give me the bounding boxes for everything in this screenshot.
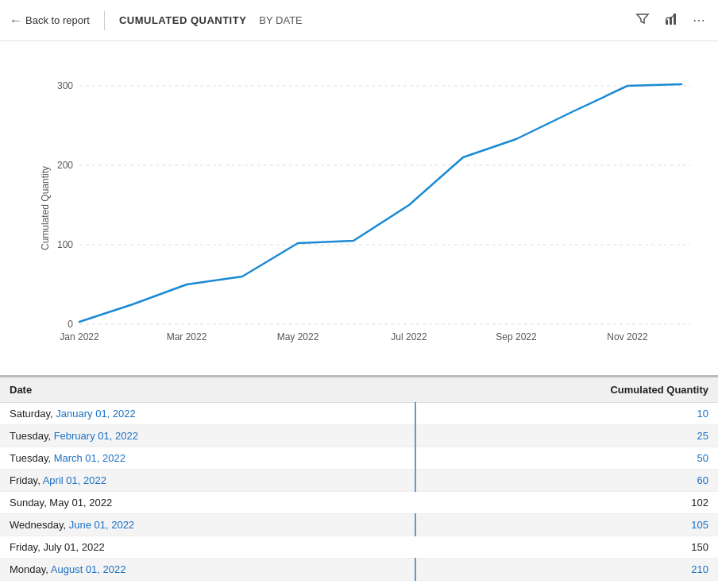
quantity-cell: 102 (415, 492, 718, 514)
date-cell: Friday, April 01, 2022 (0, 470, 415, 492)
svg-rect-0 (666, 20, 668, 25)
table-row: Wednesday, June 01, 2022105 (0, 514, 718, 536)
svg-text:300: 300 (57, 80, 73, 91)
date-cell: Wednesday, June 01, 2022 (0, 514, 415, 536)
back-arrow-icon: ← (10, 14, 22, 28)
header-left: ← Back to report CUMULATED QUANTITY BY D… (10, 11, 303, 30)
date-plain-text: Monday, (10, 563, 51, 575)
date-blue-text: April 01, 2022 (43, 474, 106, 486)
date-plain-cell: Sunday, May 01, 2022 (0, 492, 415, 514)
date-plain-text: Friday, (10, 474, 43, 486)
line-chart: 0 100 200 300 Jan 2022 Mar 2022 May 2022… (56, 54, 715, 348)
quantity-cell: 25 (415, 425, 718, 447)
svg-text:100: 100 (57, 239, 73, 250)
table-area: Date Cumulated Quantity Saturday, Januar… (0, 375, 718, 588)
date-blue-text: March 01, 2022 (54, 452, 125, 464)
svg-text:Jul 2022: Jul 2022 (391, 331, 427, 342)
data-table: Date Cumulated Quantity Saturday, Januar… (0, 377, 718, 588)
header-right: ⋯ (632, 9, 708, 33)
table-row: Monday, August 01, 2022210 (0, 559, 718, 581)
table-row: Tuesday, February 01, 202225 (0, 425, 718, 447)
date-blue-text: June 01, 2022 (69, 519, 134, 531)
chart-svg-container: 0 100 200 300 Jan 2022 Mar 2022 May 2022… (56, 54, 694, 351)
svg-text:May 2022: May 2022 (277, 331, 319, 342)
more-options-icon[interactable]: ⋯ (689, 10, 708, 31)
svg-text:Mar 2022: Mar 2022 (167, 331, 207, 342)
col-quantity: Cumulated Quantity (415, 377, 718, 403)
date-cell: Tuesday, March 01, 2022 (0, 447, 415, 470)
date-blue-text: August 01, 2022 (51, 563, 126, 575)
table-header-row: Date Cumulated Quantity (0, 377, 718, 403)
date-plain-text: Tuesday, (10, 452, 54, 464)
quantity-cell: 210 (415, 559, 718, 581)
svg-text:Nov 2022: Nov 2022 (607, 331, 648, 342)
chart-area: Cumulated Quantity 0 100 200 300 Jan 202… (0, 41, 718, 375)
chart-subtitle: BY DATE (259, 14, 302, 26)
visual-options-icon[interactable] (661, 9, 681, 33)
date-cell: Saturday, January 01, 2022 (0, 403, 415, 425)
table-row: Friday, July 01, 2022150 (0, 536, 718, 559)
date-blue-text: February 01, 2022 (54, 430, 138, 442)
svg-text:Sep 2022: Sep 2022 (496, 331, 537, 342)
chart-line (79, 84, 681, 322)
date-cell: Monday, August 01, 2022 (0, 559, 415, 581)
date-plain-text: Saturday, (10, 408, 56, 420)
quantity-cell: 233 (415, 581, 718, 589)
filter-icon[interactable] (632, 9, 653, 33)
table-row: Saturday, January 01, 202210 (0, 403, 718, 425)
header-divider (104, 11, 105, 30)
table-row: Friday, April 01, 202260 (0, 470, 718, 492)
quantity-cell: 10 (415, 403, 718, 425)
back-button[interactable]: ← Back to report (10, 14, 90, 28)
date-plain-cell: Friday, July 01, 2022 (0, 536, 415, 559)
col-date: Date (0, 377, 415, 403)
chart-title: CUMULATED QUANTITY (119, 14, 246, 26)
svg-text:200: 200 (57, 160, 73, 171)
date-plain-text: Wednesday, (10, 519, 69, 531)
date-cell: Tuesday, February 01, 2022 (0, 425, 415, 447)
y-axis-label: Cumulated Quantity (40, 166, 51, 250)
table-row: Thursday, September 01, 2022233 (0, 581, 718, 589)
svg-text:Jan 2022: Jan 2022 (60, 331, 99, 342)
back-label: Back to report (25, 14, 90, 26)
quantity-cell: 105 (415, 514, 718, 536)
table-row: Tuesday, March 01, 202250 (0, 447, 718, 470)
quantity-cell: 150 (415, 536, 718, 559)
svg-text:0: 0 (68, 319, 73, 330)
header: ← Back to report CUMULATED QUANTITY BY D… (0, 0, 718, 41)
quantity-cell: 60 (415, 470, 718, 492)
table-row: Sunday, May 01, 2022102 (0, 492, 718, 514)
date-blue-text: January 01, 2022 (56, 408, 135, 420)
date-plain-cell: Thursday, September 01, 2022 (0, 581, 415, 589)
date-plain-text: Tuesday, (10, 430, 54, 442)
quantity-cell: 50 (415, 447, 718, 470)
